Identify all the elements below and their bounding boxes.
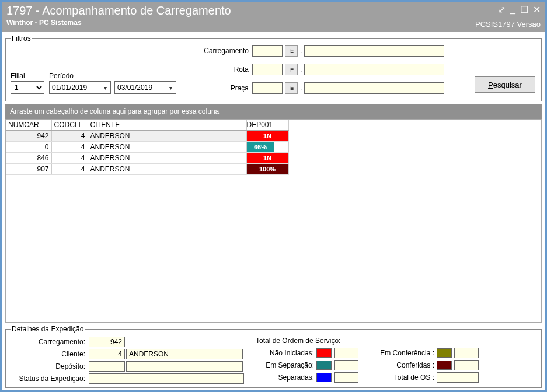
grid[interactable]: NUMCAR CODCLI CLIENTE DEP001 9424ANDERSO… <box>5 119 542 323</box>
content: Filtros Filial 1 Período ▾ <box>2 32 545 390</box>
date-to-box[interactable]: ▾ <box>114 81 176 94</box>
cell-numcar[interactable]: 942 <box>6 131 51 142</box>
col-header-codcli[interactable]: CODCLI <box>51 120 88 131</box>
separadas-label: Separadas: <box>256 373 314 382</box>
table-row[interactable]: 9074ANDERSON100% <box>6 164 288 175</box>
separator: . <box>300 84 302 92</box>
window-title: 1797 - Acompanhamento de Carregamento <box>6 4 231 18</box>
em-separacao-label: Em Separação: <box>256 361 314 369</box>
version-label: PCSIS1797 Versão <box>475 20 541 29</box>
det-carregamento-label: Carregamento: <box>11 338 85 346</box>
date-to-input[interactable] <box>115 83 165 92</box>
table-row[interactable]: 8464ANDERSON1N <box>6 153 288 164</box>
cell-codcli[interactable]: 4 <box>51 131 88 142</box>
conferidas-label: Conferidas : <box>376 361 434 369</box>
minimize-icon[interactable]: _ <box>510 4 515 15</box>
rota-lookup-button[interactable]: ⁞≡ <box>285 64 298 75</box>
det-carregamento-value: 942 <box>89 337 125 347</box>
swatch-em-separacao <box>316 360 332 370</box>
rota-label: Rota <box>193 65 249 74</box>
cell-dep[interactable]: 100% <box>246 164 288 175</box>
det-cliente-label: Cliente: <box>11 350 85 358</box>
rota-code[interactable] <box>252 64 283 75</box>
det-status-value <box>89 373 244 384</box>
total-os-title: Total de Ordem de Serviço: <box>256 337 479 345</box>
cell-codcli[interactable]: 4 <box>51 142 88 153</box>
cell-numcar[interactable]: 0 <box>6 142 51 153</box>
det-deposito-name <box>126 361 243 372</box>
conferidas-value <box>454 360 479 370</box>
filtros-legend: Filtros <box>11 34 32 43</box>
carregamento-desc[interactable] <box>304 45 444 57</box>
nao-iniciadas-label: Não Iniciadas: <box>256 349 314 357</box>
cell-cliente[interactable]: ANDERSON <box>88 153 246 164</box>
swatch-conferidas <box>437 360 452 370</box>
close-icon[interactable]: ✕ <box>533 4 541 15</box>
swatch-nao-iniciadas <box>316 348 332 358</box>
det-cliente-code: 4 <box>89 349 125 359</box>
col-header-numcar[interactable]: NUMCAR <box>6 120 51 131</box>
praca-code[interactable] <box>252 82 283 94</box>
table-row[interactable]: 04ANDERSON66% <box>6 142 288 153</box>
cell-dep[interactable]: 1N <box>246 131 288 142</box>
det-deposito-label: Depósito: <box>11 362 85 370</box>
swatch-em-conferencia <box>437 348 452 358</box>
det-deposito-code <box>89 361 125 372</box>
cell-cliente[interactable]: ANDERSON <box>88 164 246 175</box>
em-separacao-value <box>334 360 358 370</box>
window-controls: ⤢ _ ☐ ✕ <box>498 4 541 15</box>
nao-iniciadas-value <box>334 348 358 358</box>
separator: . <box>300 47 302 55</box>
chevron-down-icon[interactable]: ▾ <box>165 85 176 91</box>
restore-icon[interactable]: ⤢ <box>498 4 506 15</box>
total-os-label: Total de OS : <box>376 373 434 382</box>
group-by-bar[interactable]: Arraste um cabeçalho de coluna aqui para… <box>5 104 542 119</box>
cell-cliente[interactable]: ANDERSON <box>88 142 246 153</box>
titlebar: 1797 - Acompanhamento de Carregamento Wi… <box>2 2 545 32</box>
filial-select[interactable]: 1 <box>11 81 44 94</box>
filial-label: Filial <box>11 72 44 80</box>
separadas-value <box>334 372 358 383</box>
separator: . <box>300 65 302 74</box>
col-header-dep[interactable]: DEP001 <box>246 120 288 131</box>
cell-cliente[interactable]: ANDERSON <box>88 131 246 142</box>
cell-dep[interactable]: 1N <box>246 153 288 164</box>
maximize-icon[interactable]: ☐ <box>520 4 528 15</box>
em-conferencia-label: Em Conferência : <box>376 349 434 357</box>
praca-desc[interactable] <box>304 82 444 94</box>
cell-dep[interactable]: 66% <box>246 142 288 153</box>
carregamento-code[interactable] <box>252 45 283 57</box>
detalhes-legend: Detalhes da Expedição <box>11 325 85 333</box>
window-subtitle: Winthor - PC Sistemas <box>6 19 231 27</box>
cell-codcli[interactable]: 4 <box>51 164 88 175</box>
filtros-fieldset: Filtros Filial 1 Período ▾ <box>5 34 542 102</box>
det-status-label: Status da Expedição: <box>11 374 85 383</box>
praca-lookup-button[interactable]: ⁞≡ <box>285 82 298 94</box>
table-row[interactable]: 9424ANDERSON1N <box>6 131 288 142</box>
window: 1797 - Acompanhamento de Carregamento Wi… <box>0 0 547 392</box>
total-os-value <box>437 372 479 383</box>
rota-desc[interactable] <box>304 64 444 75</box>
date-from-box[interactable]: ▾ <box>49 81 111 94</box>
cell-numcar[interactable]: 907 <box>6 164 51 175</box>
periodo-label: Período <box>49 72 176 80</box>
detalhes-fieldset: Detalhes da Expedição Carregamento: 942 … <box>5 325 542 388</box>
det-cliente-name: ANDERSON <box>126 349 243 359</box>
praca-label: Praça <box>193 84 249 92</box>
cell-numcar[interactable]: 846 <box>6 153 51 164</box>
carregamento-label: Carregamento <box>193 47 249 55</box>
pesquisar-button[interactable]: Pesquisar <box>475 76 535 93</box>
em-conferencia-value <box>454 348 479 358</box>
col-header-cliente[interactable]: CLIENTE <box>88 120 246 131</box>
cell-codcli[interactable]: 4 <box>51 153 88 164</box>
carregamento-lookup-button[interactable]: ⁞≡ <box>285 45 298 57</box>
swatch-separadas <box>316 373 332 382</box>
date-from-input[interactable] <box>50 83 100 92</box>
chevron-down-icon[interactable]: ▾ <box>100 85 110 91</box>
